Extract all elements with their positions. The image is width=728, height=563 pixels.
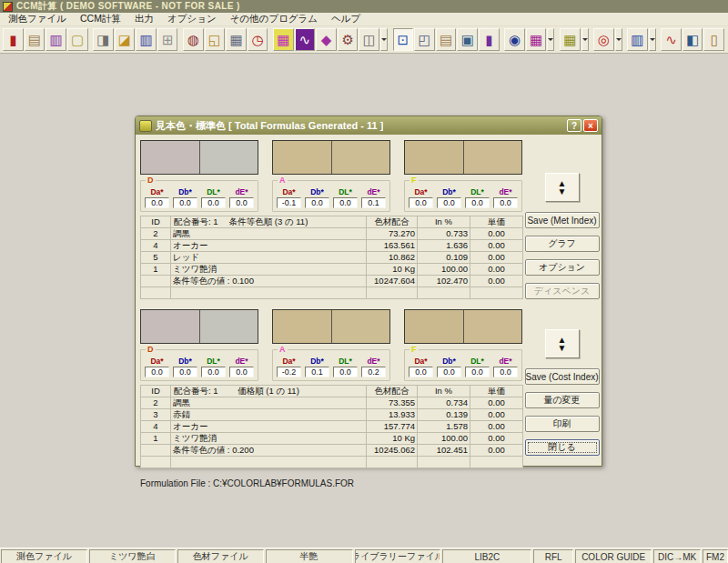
da-label: Da* [150, 357, 163, 366]
change-quantity-button[interactable]: 量の変更 [525, 392, 600, 408]
card-box-icon[interactable]: ▤ [436, 28, 457, 51]
table-row[interactable]: 2 調黒 73.270 0.733 0.00 [141, 228, 523, 240]
printer-terminal-icon[interactable]: ▦ [226, 28, 247, 51]
menu-measure-file[interactable]: 測色ファイル [8, 13, 66, 25]
formula-spinner-cost[interactable]: ▲▼ [545, 329, 580, 358]
formulation-file-path: Formulation File : C:¥COLORLAB¥FORMULAS.… [140, 478, 522, 488]
delta-field: Da*0.0 [409, 187, 433, 208]
folder-save-icon[interactable]: ◪ [115, 28, 136, 51]
menu-help[interactable]: ヘルプ [331, 13, 360, 25]
save-cost-index-button[interactable]: Save (Cost Index) [525, 368, 600, 385]
graph-button[interactable]: グラフ [525, 236, 600, 252]
table-row-total[interactable]: 条件等色の値 : 0.200 10245.062 102.451 0.00 [141, 445, 523, 457]
manual-book-icon[interactable]: ▮ [479, 28, 500, 51]
sitemap-icon[interactable]: ▦ [273, 28, 294, 51]
fax-printer-icon[interactable]: ▦ [560, 28, 581, 51]
standard-swatch [463, 310, 522, 343]
dropdown-arrow-icon[interactable] [649, 28, 656, 51]
dropdown-arrow-icon[interactable] [380, 28, 388, 51]
cell-mix: 10.862 [367, 252, 418, 264]
formula-number: 配合番号: 1 [174, 386, 218, 397]
table-row[interactable]: 5 レッド 10.862 0.109 0.00 [141, 252, 523, 264]
books-pair-icon[interactable]: ▥ [627, 28, 648, 51]
menu-output[interactable]: 出力 [135, 13, 154, 25]
table-row[interactable]: 1 ミツワ艶消 10 Kg 100.00 0.00 [141, 433, 523, 445]
camera-printer-icon[interactable]: ◫ [359, 28, 379, 51]
status-library-file-label: ライブラリーファイル [355, 549, 441, 563]
db-value: 0.0 [173, 367, 197, 377]
color-cubes-icon[interactable]: ◆ [316, 28, 337, 51]
card-box-glyph: ▤ [440, 33, 452, 46]
menu-ccm-calc[interactable]: CCM計算 [80, 13, 121, 25]
menu-other-programs[interactable]: その他のプログラム [230, 13, 318, 25]
dialog-title: 見本色・標準色 [ Total Formulas Generated - 11 … [156, 119, 383, 133]
menu-options[interactable]: オプション [167, 13, 217, 25]
de-value: 0.0 [493, 197, 518, 208]
swatch-row [140, 309, 522, 344]
table-row[interactable]: 2 調黒 73.355 0.734 0.00 [141, 397, 523, 409]
books-stack-icon[interactable]: ▥ [46, 28, 66, 51]
cabinet-icon[interactable]: ▯ [703, 28, 724, 51]
print-button[interactable]: 印刷 [525, 416, 600, 432]
window-titlebar[interactable]: CCM計算 ( DEMO SOFTWARE - NOT FOR SALE ) [0, 0, 728, 13]
floppy-disks-icon[interactable]: ◨ [93, 28, 114, 51]
cell-pct [418, 457, 470, 468]
cell-name: レッド [171, 252, 367, 264]
cell-mix: 10 Kg [367, 433, 418, 445]
dl-value: 0.0 [333, 367, 358, 377]
floppy-disks-glyph: ◨ [96, 33, 109, 46]
dropdown-arrow-icon[interactable] [615, 28, 622, 51]
cell-name: ミツワ艶消 [171, 264, 367, 276]
cell-id: 4 [141, 421, 171, 433]
delta-field: dE*0.1 [361, 187, 386, 208]
measure-file-icon[interactable]: ▮ [3, 28, 24, 51]
ship-printer-icon[interactable]: ◧ [682, 28, 703, 51]
table-row[interactable]: 1 ミツワ艶消 10 Kg 100.00 0.00 [141, 264, 523, 276]
folder-bag-icon[interactable]: ▢ [67, 28, 88, 51]
trend-chart-icon[interactable]: ∿ [295, 28, 316, 51]
dialog-controls: ? × [567, 119, 598, 132]
library-books-icon[interactable]: ▥ [136, 28, 157, 51]
card-index-icon[interactable]: ▤ [25, 28, 46, 51]
formula-spinner-met[interactable]: ▲▼ [545, 173, 580, 202]
table-row-total[interactable]: 条件等色の値 : 0.100 10247.604 102.470 0.00 [141, 276, 523, 287]
table-row[interactable]: 4 オーカー 157.774 1.578 0.00 [141, 421, 523, 433]
graph-icon[interactable]: ∿ [661, 28, 682, 51]
close-button[interactable]: × [583, 119, 598, 132]
dialog-titlebar[interactable]: 見本色・標準色 [ Total Formulas Generated - 11 … [136, 116, 602, 135]
swatch-pair-d [140, 140, 258, 175]
book-hourglass-icon[interactable]: ◷ [248, 28, 268, 51]
dispense-button[interactable]: ディスペンス [525, 283, 600, 299]
books-pair-glyph: ▥ [631, 33, 643, 46]
color-printer-icon[interactable]: ▦ [526, 28, 547, 51]
dropdown-arrow-icon[interactable] [547, 28, 554, 51]
cell-name [171, 457, 367, 468]
sample-swatch [273, 141, 331, 174]
mixer-machine-icon[interactable]: ⚙ [338, 28, 359, 51]
computer-network-icon[interactable]: ▣ [457, 28, 478, 51]
kettle-icon[interactable]: ◍ [183, 28, 204, 51]
dropdown-arrow-icon[interactable] [581, 28, 589, 51]
table-row[interactable]: 4 オーカー 163.561 1.636 0.00 [141, 240, 523, 252]
lattice-icon[interactable]: ⊞ [157, 28, 178, 51]
disk-monitor-icon[interactable]: ◰ [414, 28, 435, 51]
folder-pointer-icon[interactable]: ◱ [205, 28, 226, 51]
illuminant-a-label: A [278, 345, 288, 354]
delta-field: DL*0.0 [465, 357, 490, 377]
eye-icon[interactable]: ◉ [504, 28, 525, 51]
options-button[interactable]: オプション [525, 259, 600, 276]
delta-field: Db*0.0 [173, 187, 197, 208]
status-measure-file-value: ミツワ艶白 [89, 549, 176, 563]
table-row[interactable]: 3 赤錆 13.933 0.139 0.00 [141, 409, 523, 421]
de-label: dE* [499, 187, 511, 196]
cost-button-group: ▲▼ Save (Cost Index) 量の変更 印刷 閉じる [526, 329, 598, 463]
db-value: 0.0 [437, 367, 461, 377]
close-dialog-button[interactable]: 閉じる [525, 439, 600, 456]
help-button[interactable]: ? [567, 119, 581, 132]
cell-pct [418, 287, 470, 299]
copy-pages-icon[interactable]: ⊡ [393, 28, 414, 51]
save-met-index-button[interactable]: Save (Met Index) [525, 212, 600, 228]
manual-book-glyph: ▮ [485, 33, 492, 46]
target-icon[interactable]: ◎ [593, 28, 614, 51]
de-label: dE* [499, 357, 511, 366]
